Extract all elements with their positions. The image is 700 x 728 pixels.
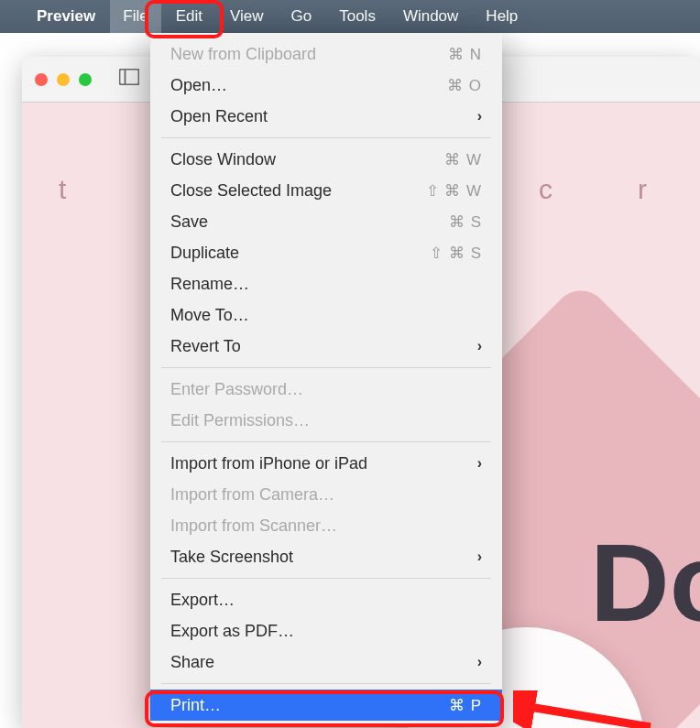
menu-item-label: Duplicate [170,244,239,263]
chevron-right-icon: › [477,338,482,354]
menu-separator [161,137,491,138]
menu-separator [161,683,491,684]
menu-item-shortcut: ⇧ ⌘ W [426,181,483,201]
menu-item-label: Close Window [170,150,276,169]
menubar-item-view[interactable]: View [217,0,277,33]
menu-item-shortcut: ⌘ W [444,150,482,169]
close-icon[interactable] [35,73,48,86]
chevron-right-icon: › [477,108,482,125]
menu-item-label: Open Recent [170,107,268,126]
menu-item-label: Open… [170,76,227,95]
document-heading: Do [590,519,700,646]
document-text: c [539,174,552,205]
menu-item-label: Save [170,212,208,232]
file-menu-dropdown: New from Clipboard⌘ NOpen…⌘ OOpen Recent… [150,33,502,726]
menu-separator [161,367,491,368]
menubar-item-tools[interactable]: Tools [326,0,388,33]
menu-item-label: Close Selected Image [170,181,332,201]
menu-item[interactable]: Open Recent› [150,101,502,132]
menu-item-shortcut: ⇧ ⌘ S [430,244,482,263]
menu-item-label: Share [170,653,214,672]
svg-rect-0 [120,70,139,85]
menu-item-label: Import from Camera… [170,485,334,505]
menu-item[interactable]: Duplicate⇧ ⌘ S [150,237,502,268]
menu-item-label: Enter Password… [170,380,303,399]
menu-item[interactable]: Take Screenshot› [150,541,502,572]
menubar-item-edit[interactable]: Edit [163,0,215,33]
menubar-item-window[interactable]: Window [390,0,471,33]
menu-item-shortcut: ⌘ P [449,696,482,715]
menubar-app-name[interactable]: Preview [24,0,108,33]
menu-item-shortcut: ⌘ N [448,45,482,64]
menu-item[interactable]: Move To… [150,299,502,331]
menu-item[interactable]: Export… [150,584,502,615]
document-text: r [638,174,647,205]
menu-item[interactable]: Close Window⌘ W [150,144,502,175]
menu-item: New from Clipboard⌘ N [150,38,502,70]
menu-item-shortcut: ⌘ O [447,76,482,95]
chevron-right-icon: › [477,455,482,472]
menu-item: Import from Camera… [150,479,502,510]
menu-separator [161,578,491,579]
menu-item-shortcut: ⌘ S [449,212,482,232]
fullscreen-icon[interactable] [79,73,92,86]
menu-item-label: New from Clipboard [170,45,316,64]
menu-item[interactable]: Close Selected Image⇧ ⌘ W [150,175,502,206]
menu-item[interactable]: Save⌘ S [150,206,502,237]
document-text: t [59,174,66,205]
menu-item: Import from Scanner… [150,510,502,541]
menu-item[interactable]: Open…⌘ O [150,70,502,101]
chevron-right-icon: › [477,654,482,670]
menu-item[interactable]: Print…⌘ P [150,690,502,721]
minimize-icon[interactable] [57,73,70,86]
menu-item[interactable]: Share› [150,647,502,678]
menu-item-label: Take Screenshot [170,548,293,567]
menu-item-label: Export as PDF… [170,622,294,641]
menu-item[interactable]: Import from iPhone or iPad› [150,448,502,479]
menu-item[interactable]: Rename… [150,268,502,299]
menu-item-label: Rename… [170,275,249,294]
menubar-item-help[interactable]: Help [473,0,530,33]
menu-item-label: Revert To [170,337,241,356]
chevron-right-icon: › [477,549,482,565]
menubar-item-file[interactable]: File [110,0,160,33]
menu-item[interactable]: Export as PDF… [150,615,502,647]
menu-item-label: Import from Scanner… [170,516,337,536]
menu-item-label: Print… [170,696,221,715]
menu-item: Enter Password… [150,374,502,405]
menu-item-label: Edit Permissions… [170,411,310,430]
menu-separator [161,441,491,442]
menu-item-label: Export… [170,591,235,610]
menubar-item-go[interactable]: Go [279,0,325,33]
menu-item[interactable]: Revert To› [150,331,502,362]
menubar: Preview File Edit View Go Tools Window H… [0,0,700,33]
menu-item-label: Move To… [170,306,249,325]
menu-item: Edit Permissions… [150,405,502,436]
sidebar-toggle-icon[interactable] [119,69,139,90]
menu-item-label: Import from iPhone or iPad [170,454,367,473]
